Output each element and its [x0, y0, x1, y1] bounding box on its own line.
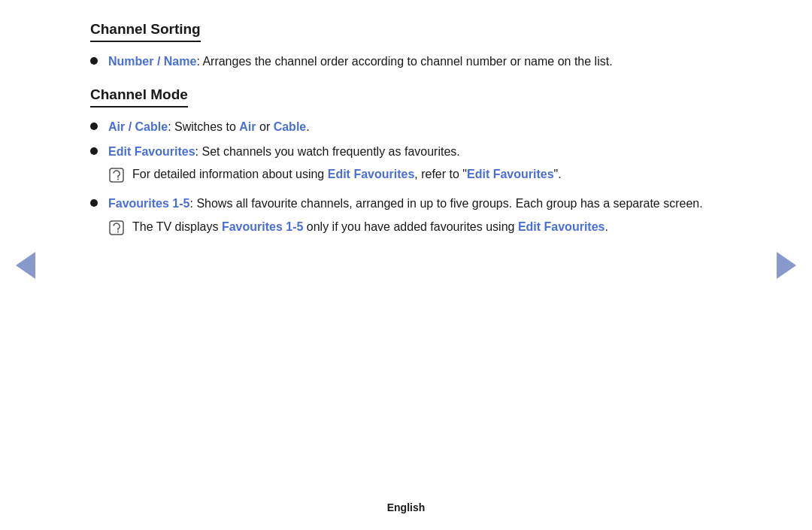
air-cable-link[interactable]: Air / Cable: [108, 120, 168, 133]
note-icon: [108, 167, 125, 183]
prev-page-button[interactable]: [14, 253, 38, 277]
favourites-15-note: The TV displays Favourites 1-5 only if y…: [108, 218, 608, 237]
note-icon: [108, 220, 125, 236]
number-name-link[interactable]: Number / Name: [108, 55, 196, 68]
air-cable-text2: or: [256, 120, 274, 133]
bullet-dot: [90, 123, 98, 130]
list-item: Edit Favourites: Set channels you watch …: [90, 143, 722, 189]
favourites-15-note-link1[interactable]: Favourites 1-5: [222, 220, 303, 233]
edit-favourites-note: For detailed information about using Edi…: [108, 165, 562, 184]
list-item: Number / Name: Arranges the channel orde…: [90, 53, 722, 71]
air-cable-text3: .: [306, 120, 309, 133]
next-page-button[interactable]: [774, 253, 798, 277]
edit-favourites-link[interactable]: Edit Favourites: [108, 145, 195, 158]
page-container: Channel Sorting Number / Name: Arranges …: [0, 0, 812, 530]
list-item: Air / Cable: Switches to Air or Cable.: [90, 118, 722, 137]
air-cable-item: Air / Cable: Switches to Air or Cable.: [108, 118, 722, 137]
edit-favourites-note-text: For detailed information about using Edi…: [132, 165, 562, 184]
channel-mode-list: Air / Cable: Switches to Air or Cable. E…: [90, 118, 722, 241]
footer-language: English: [387, 501, 426, 513]
cable-link[interactable]: Cable: [274, 120, 307, 133]
channel-sorting-heading: Channel Sorting: [90, 21, 201, 42]
left-arrow-icon: [16, 252, 35, 279]
channel-mode-section: Channel Mode Air / Cable: Switches to Ai…: [90, 86, 722, 241]
favourites-15-item: Favourites 1-5: Shows all favourite chan…: [108, 195, 703, 214]
favourites-15-text: : Shows all favourite channels, arranged…: [189, 197, 702, 210]
edit-favourites-note-link1[interactable]: Edit Favourites: [328, 168, 415, 180]
list-item: Favourites 1-5: Shows all favourite chan…: [90, 195, 722, 241]
channel-mode-heading: Channel Mode: [90, 86, 188, 108]
edit-favourites-note-link2[interactable]: Edit Favourites: [467, 168, 554, 180]
svg-point-1: [117, 179, 119, 180]
edit-favourites-item: Edit Favourites: Set channels you watch …: [108, 143, 460, 162]
channel-sorting-list: Number / Name: Arranges the channel orde…: [90, 53, 722, 71]
svg-point-3: [117, 231, 119, 232]
air-cable-text1: : Switches to: [168, 120, 239, 133]
bullet-dot: [90, 199, 98, 207]
air-link[interactable]: Air: [239, 120, 256, 133]
channel-sorting-item-text: Number / Name: Arranges the channel orde…: [108, 53, 722, 71]
favourites-15-note-text: The TV displays Favourites 1-5 only if y…: [132, 218, 608, 237]
channel-sorting-desc: : Arranges the channel order according t…: [196, 55, 612, 68]
bullet-dot: [90, 147, 98, 155]
bullet-dot: [90, 57, 98, 65]
edit-favourites-text: : Set channels you watch frequently as f…: [195, 145, 460, 158]
favourites-15-link[interactable]: Favourites 1-5: [108, 197, 189, 210]
right-arrow-icon: [777, 252, 796, 279]
channel-sorting-section: Channel Sorting Number / Name: Arranges …: [90, 21, 722, 71]
edit-favourites-note-link3[interactable]: Edit Favourites: [518, 220, 605, 233]
